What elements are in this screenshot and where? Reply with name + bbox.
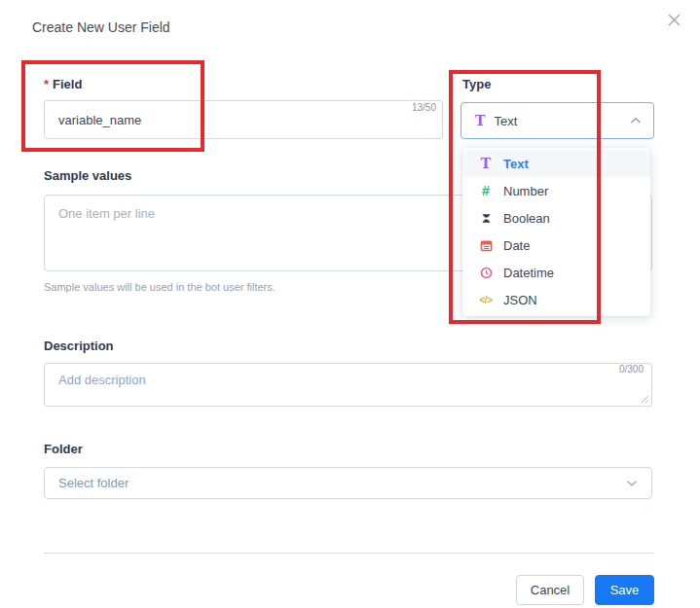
modal-title: Create New User Field (32, 19, 170, 35)
datetime-type-icon (478, 267, 494, 279)
sample-values-label: Sample values (44, 168, 131, 183)
footer-divider (44, 553, 654, 554)
save-button[interactable]: Save (595, 575, 654, 605)
chevron-up-icon (630, 117, 642, 125)
type-label: Type (462, 77, 491, 91)
number-type-icon: # (478, 183, 494, 198)
field-name-input[interactable] (44, 100, 443, 139)
type-option-datetime[interactable]: Datetime (462, 259, 650, 286)
create-user-field-modal: Create New User Field *Field 13/50 Type … (0, 0, 700, 608)
json-type-icon: </> (478, 295, 494, 305)
sample-values-helper: Sample values will be used in the bot us… (44, 281, 276, 293)
close-x-glyph (667, 13, 682, 27)
type-option-date[interactable]: Date (462, 232, 650, 259)
description-label: Description (44, 339, 114, 353)
description-char-counter: 0/300 (619, 364, 644, 375)
type-option-text[interactable]: T Text (462, 150, 650, 177)
type-select[interactable]: T Text (461, 102, 654, 139)
type-option-boolean[interactable]: Boolean (462, 204, 650, 232)
text-type-icon: T (475, 114, 485, 127)
description-wrap: 0/300 (44, 363, 652, 407)
resize-grip-icon[interactable] (641, 395, 649, 404)
field-char-counter: 13/50 (412, 102, 436, 113)
type-dropdown: T Text # Number Boolean (462, 148, 650, 316)
folder-select-placeholder: Select folder (58, 476, 626, 490)
folder-label: Folder (44, 442, 83, 456)
date-type-icon (478, 239, 494, 252)
type-option-number[interactable]: # Number (462, 177, 650, 204)
cancel-button[interactable]: Cancel (516, 575, 584, 605)
chevron-down-icon (626, 480, 638, 487)
required-asterisk: * (44, 77, 49, 91)
description-textarea[interactable] (44, 363, 652, 407)
type-option-json[interactable]: </> JSON (462, 286, 650, 313)
field-input-wrap: 13/50 (44, 100, 443, 139)
type-select-value: Text (494, 114, 621, 128)
text-type-icon: T (478, 157, 494, 170)
folder-select[interactable]: Select folder (44, 467, 652, 499)
boolean-type-icon (478, 212, 494, 225)
close-icon[interactable] (663, 9, 684, 30)
field-label: *Field (44, 77, 82, 91)
